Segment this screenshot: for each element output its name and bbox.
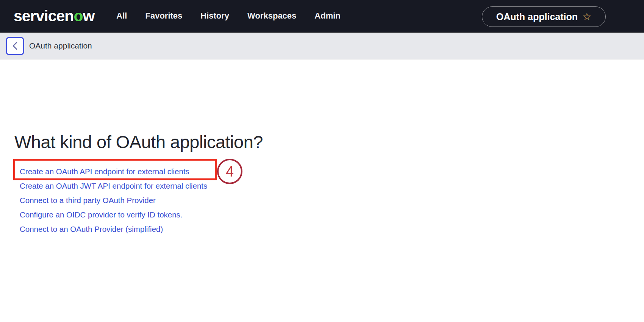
- logo-text-suffix: w: [83, 7, 94, 25]
- nav-menu-item[interactable]: Favorites: [145, 11, 182, 21]
- favorite-pill-label: OAuth application: [496, 11, 578, 22]
- annotation-step-badge: 4: [217, 159, 242, 184]
- nav-menu-item[interactable]: All: [116, 11, 127, 21]
- main-content: What kind of OAuth application? Create a…: [0, 59, 644, 322]
- annotation-step-number: 4: [226, 164, 234, 179]
- top-nav-bar: servicenow AllFavoritesHistoryWorkspaces…: [0, 0, 644, 33]
- breadcrumb-title: OAuth application: [29, 41, 92, 50]
- nav-menu-item[interactable]: Admin: [314, 11, 340, 21]
- logo-text-prefix: servicen: [14, 7, 73, 25]
- oauth-option-link[interactable]: Configure an OIDC provider to verify ID …: [20, 208, 207, 222]
- oauth-option-link[interactable]: Create an OAuth JWT API endpoint for ext…: [20, 179, 207, 193]
- star-icon[interactable]: ☆: [582, 12, 591, 22]
- page-title: What kind of OAuth application?: [14, 131, 263, 152]
- nav-menu-item[interactable]: Workspaces: [247, 11, 296, 21]
- oauth-option-link[interactable]: Create an OAuth API endpoint for externa…: [20, 164, 207, 179]
- servicenow-logo[interactable]: servicenow: [14, 7, 94, 25]
- main-nav-menu: AllFavoritesHistoryWorkspacesAdmin: [116, 11, 340, 21]
- oauth-option-link[interactable]: Connect to a third party OAuth Provider: [20, 193, 207, 208]
- breadcrumb-bar: OAuth application: [0, 33, 644, 59]
- favorite-record-pill-button[interactable]: OAuth application ☆: [482, 6, 606, 27]
- logo-accent-o: o: [73, 7, 83, 25]
- oauth-option-link[interactable]: Connect to an OAuth Provider (simplified…: [20, 222, 207, 236]
- chevron-left-icon: [11, 41, 19, 51]
- oauth-options-list: Create an OAuth API endpoint for externa…: [20, 164, 207, 236]
- nav-menu-item[interactable]: History: [200, 11, 229, 21]
- back-button[interactable]: [6, 37, 24, 55]
